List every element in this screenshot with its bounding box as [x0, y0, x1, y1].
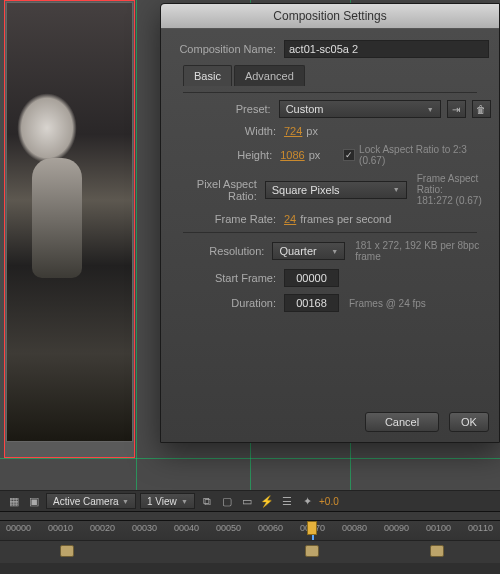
chevron-down-icon: ▼ — [393, 186, 400, 193]
cancel-button[interactable]: Cancel — [365, 412, 439, 432]
timeline-body[interactable] — [0, 541, 500, 563]
lock-aspect-checkbox[interactable]: ✓ — [343, 149, 355, 161]
chevron-down-icon: ▼ — [122, 498, 129, 505]
save-preset-button[interactable]: ⇥ — [447, 100, 466, 118]
time-tick: 00020 — [90, 523, 115, 533]
time-tick: 00060 — [258, 523, 283, 533]
fps-label: Frame Rate: — [169, 213, 284, 225]
time-tick: 00000 — [6, 523, 31, 533]
start-frame-label: Start Frame: — [169, 272, 284, 284]
res-label: Resolution: — [169, 245, 272, 257]
far-label: Frame Aspect Ratio: — [417, 173, 491, 195]
grid-icon[interactable]: ▦ — [6, 493, 22, 509]
time-tick: 00050 — [216, 523, 241, 533]
tab-basic[interactable]: Basic — [183, 65, 232, 86]
preset-value: Custom — [286, 103, 324, 115]
time-tick: 00030 — [132, 523, 157, 533]
separator — [183, 92, 477, 93]
pixel-aspect-icon[interactable]: ▭ — [239, 493, 255, 509]
composition-marker[interactable] — [430, 545, 444, 557]
view-count-dropdown[interactable]: 1 View ▼ — [140, 493, 195, 509]
height-value[interactable]: 1086 — [280, 149, 304, 161]
far-value: 181:272 (0.67) — [417, 195, 491, 206]
width-value[interactable]: 724 — [284, 125, 302, 137]
par-dropdown[interactable]: Square Pixels ▼ — [265, 181, 407, 199]
fps-unit: frames per second — [296, 213, 391, 225]
time-ruler[interactable]: 00000 00010 00020 00030 00040 00050 0006… — [0, 521, 500, 541]
time-tick: 00080 — [342, 523, 367, 533]
par-value: Square Pixels — [272, 184, 340, 196]
timeline-panel[interactable]: 00000 00010 00020 00030 00040 00050 0006… — [0, 520, 500, 574]
height-label: Height: — [169, 149, 280, 161]
height-unit: px — [305, 149, 321, 161]
guide-vertical — [136, 0, 137, 490]
brainstorm-icon[interactable]: ✦ — [299, 493, 315, 509]
time-tick: 00040 — [174, 523, 199, 533]
tab-advanced[interactable]: Advanced — [234, 65, 305, 86]
toggle-mask-icon[interactable]: ▣ — [26, 493, 42, 509]
time-tick: 00100 — [426, 523, 451, 533]
share-view-icon[interactable]: ⧉ — [199, 493, 215, 509]
time-tick: 00090 — [384, 523, 409, 533]
composition-preview-image — [6, 2, 133, 442]
current-time-indicator[interactable] — [312, 521, 314, 540]
viewer-toolbar: ▦ ▣ Active Camera ▼ 1 View ▼ ⧉ ▢ ▭ ⚡ ☰ ✦… — [0, 490, 500, 512]
composition-marker[interactable] — [305, 545, 319, 557]
lock-aspect-label: Lock Aspect Ratio to 2:3 (0.67) — [359, 144, 491, 166]
time-tick: 00110 — [468, 523, 493, 533]
duration-info: Frames @ 24 fps — [339, 298, 426, 309]
chevron-down-icon: ▼ — [331, 248, 338, 255]
exposure-value[interactable]: +0.0 — [319, 496, 339, 507]
preset-dropdown[interactable]: Custom ▼ — [279, 100, 441, 118]
delete-preset-button[interactable]: 🗑 — [472, 100, 491, 118]
comp-name-label: Composition Name: — [169, 43, 284, 55]
chevron-down-icon: ▼ — [427, 106, 434, 113]
res-dropdown[interactable]: Quarter ▼ — [272, 242, 345, 260]
fps-value[interactable]: 24 — [284, 213, 296, 225]
res-value: Quarter — [279, 245, 316, 257]
composition-settings-dialog: Composition Settings Composition Name: B… — [160, 3, 500, 443]
par-label: Pixel Aspect Ratio: — [169, 178, 265, 202]
chevron-down-icon: ▼ — [181, 498, 188, 505]
timeline-icon[interactable]: ☰ — [279, 493, 295, 509]
res-info: 181 x 272, 192 KB per 8bpc frame — [345, 240, 491, 262]
camera-value: Active Camera — [53, 496, 119, 507]
separator — [183, 232, 477, 233]
crop-icon[interactable]: ▢ — [219, 493, 235, 509]
composition-marker[interactable] — [60, 545, 74, 557]
time-tick: 00010 — [48, 523, 73, 533]
duration-label: Duration: — [169, 297, 284, 309]
width-unit: px — [302, 125, 318, 137]
start-frame-input[interactable] — [284, 269, 339, 287]
ok-button[interactable]: OK — [449, 412, 489, 432]
preset-label: Preset: — [169, 103, 279, 115]
composition-bounds — [4, 0, 135, 458]
camera-dropdown[interactable]: Active Camera ▼ — [46, 493, 136, 509]
fast-preview-icon[interactable]: ⚡ — [259, 493, 275, 509]
dialog-title: Composition Settings — [161, 4, 499, 29]
cti-playhead-icon[interactable] — [307, 521, 317, 535]
comp-name-input[interactable] — [284, 40, 489, 58]
duration-input[interactable] — [284, 294, 339, 312]
view-count-value: 1 View — [147, 496, 177, 507]
width-label: Width: — [169, 125, 284, 137]
